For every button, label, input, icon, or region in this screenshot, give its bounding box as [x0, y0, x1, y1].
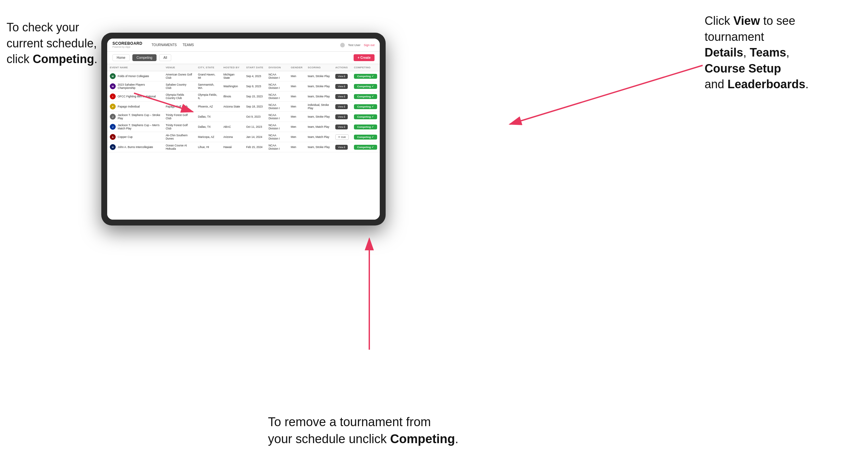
signout-link[interactable]: Sign out [364, 43, 374, 47]
actions-cell: View ℹ [333, 82, 351, 92]
gender-cell: Men [288, 71, 305, 82]
competing-cell: Competing ✓ [351, 132, 380, 142]
filter-bar: Home Competing All + Create [107, 52, 380, 64]
event-name-cell: W 2023 Sahalee Players Championship [107, 82, 163, 92]
team-logo: A [110, 134, 116, 140]
user-icon [340, 43, 345, 48]
division-cell: NCAA Division I [266, 92, 288, 102]
competing-cell: Competing ✓ [351, 102, 380, 112]
city-state-cell: Dallas, TX [195, 112, 221, 122]
create-button[interactable]: + Create [353, 54, 374, 61]
tournaments-table-container: EVENT NAME VENUE CITY, STATE HOSTED BY S… [107, 64, 380, 220]
table-row: J Jackson T. Stephens Cup – Men's Match … [107, 122, 380, 132]
event-name: Folds of Honor Collegiate [118, 74, 149, 78]
city-state-cell: Grand Haven, MI [195, 71, 221, 82]
competing-button[interactable]: Competing ✓ [354, 84, 377, 89]
team-logo: J [110, 124, 116, 130]
competing-cell: Competing ✓ [351, 92, 380, 102]
start-date-cell: Sep 4, 2023 [244, 71, 266, 82]
col-hosted-by: HOSTED BY [221, 64, 244, 71]
nav-tournaments[interactable]: TOURNAMENTS [152, 43, 177, 47]
view-button[interactable]: View ℹ [335, 114, 348, 119]
event-name: OFCC Fighting Illini Invitational [118, 95, 156, 98]
col-scoring: SCORING [305, 64, 333, 71]
city-state-cell: Lihue, HI [195, 142, 221, 152]
user-name: Test User [348, 43, 361, 47]
view-button[interactable]: View ℹ [335, 104, 348, 109]
city-state-cell: Sammamish, WA [195, 82, 221, 92]
competing-button[interactable]: Competing ✓ [354, 125, 377, 129]
tablet: SCOREBOARD Powered by clippi TOURNAMENTS… [101, 33, 385, 225]
view-button[interactable]: View ℹ [335, 94, 348, 99]
actions-cell: View ℹ [333, 142, 351, 152]
table-header-row: EVENT NAME VENUE CITY, STATE HOSTED BY S… [107, 64, 380, 71]
scoreboard-logo-text: SCOREBOARD [113, 41, 143, 46]
scoring-cell: individual, Stroke Play [305, 102, 333, 112]
hosted-by-cell: Arizona [221, 132, 244, 142]
division-cell: NCAA Division I [266, 112, 288, 122]
table-row: I OFCC Fighting Illini Invitational Olym… [107, 92, 380, 102]
view-button[interactable]: View ℹ [335, 74, 348, 79]
actions-cell: View ℹ [333, 102, 351, 112]
table-body: M Folds of Honor Collegiate American Dun… [107, 71, 380, 152]
table-row: J Jackson T. Stephens Cup – Stroke Play … [107, 112, 380, 122]
division-cell: NCAA Division I [266, 71, 288, 82]
start-date-cell: Jan 14, 2024 [244, 132, 266, 142]
start-date-cell: Oct 9, 2023 [244, 112, 266, 122]
view-button[interactable]: View ℹ [335, 84, 348, 89]
actions-cell: View ℹ [333, 122, 351, 132]
gender-cell: Men [288, 112, 305, 122]
division-cell: NCAA Division I [266, 122, 288, 132]
team-logo: W [110, 83, 116, 89]
competing-button[interactable]: Competing ✓ [354, 135, 377, 139]
col-event-name: EVENT NAME [107, 64, 163, 71]
table-row: M Folds of Honor Collegiate American Dun… [107, 71, 380, 82]
powered-by-text: Powered by clippi [113, 46, 143, 49]
event-name: Jackson T. Stephens Cup – Men's Match Pl… [118, 124, 160, 130]
venue-cell: Ak-Chin Southern Dunes [163, 132, 195, 142]
filter-all[interactable]: All [159, 54, 171, 61]
competing-button[interactable]: Competing ✓ [354, 104, 377, 109]
competing-cell: Competing ✓ [351, 112, 380, 122]
venue-cell: Ocean Course At Hokuala [163, 142, 195, 152]
view-button[interactable]: View ℹ [335, 145, 348, 150]
competing-cell: Competing ✓ [351, 71, 380, 82]
venue-cell: American Dunes Golf Club [163, 71, 195, 82]
team-logo: M [110, 73, 116, 79]
col-venue: VENUE [163, 64, 195, 71]
filter-home[interactable]: Home [113, 54, 130, 61]
col-competing: COMPETING [351, 64, 380, 71]
hosted-by-cell: Michigan State [221, 71, 244, 82]
hosted-by-cell: Illinois [221, 92, 244, 102]
annotation-topright: Click View to see tournament Details, Te… [705, 13, 862, 92]
scoring-cell: team, Stroke Play [305, 82, 333, 92]
division-cell: NCAA Division I [266, 132, 288, 142]
nav-teams[interactable]: TEAMS [183, 43, 194, 47]
gender-cell: Men [288, 142, 305, 152]
city-state-cell: Phoenix, AZ [195, 102, 221, 112]
filter-competing[interactable]: Competing [132, 54, 157, 61]
city-state-cell: Olympia Fields, IL [195, 92, 221, 102]
event-name-cell: A Copper Cup [107, 132, 163, 142]
venue-cell: Papago Golf Club [163, 102, 195, 112]
hosted-by-cell: ABAC [221, 122, 244, 132]
actions-cell: ✏ Edit [333, 132, 351, 142]
competing-button[interactable]: Competing ✓ [354, 94, 377, 99]
tablet-screen: SCOREBOARD Powered by clippi TOURNAMENTS… [107, 38, 380, 220]
start-date-cell: Sep 15, 2023 [244, 92, 266, 102]
view-button[interactable]: View ℹ [335, 125, 348, 129]
edit-button[interactable]: ✏ Edit [335, 134, 349, 140]
division-cell: NCAA Division I [266, 82, 288, 92]
competing-button[interactable]: Competing ✓ [354, 145, 377, 150]
start-date-cell: Sep 18, 2023 [244, 102, 266, 112]
hosted-by-cell: Arizona State [221, 102, 244, 112]
event-name-cell: H John A. Burns Intercollegiate [107, 142, 163, 152]
competing-button[interactable]: Competing ✓ [354, 114, 377, 119]
scoring-cell: team, Stroke Play [305, 71, 333, 82]
competing-button[interactable]: Competing ✓ [354, 74, 377, 79]
hosted-by-cell: Hawaii [221, 142, 244, 152]
city-state-cell: Dallas, TX [195, 122, 221, 132]
col-city-state: CITY, STATE [195, 64, 221, 71]
col-gender: GENDER [288, 64, 305, 71]
annotation-bottom: To remove a tournament from your schedul… [268, 414, 497, 447]
